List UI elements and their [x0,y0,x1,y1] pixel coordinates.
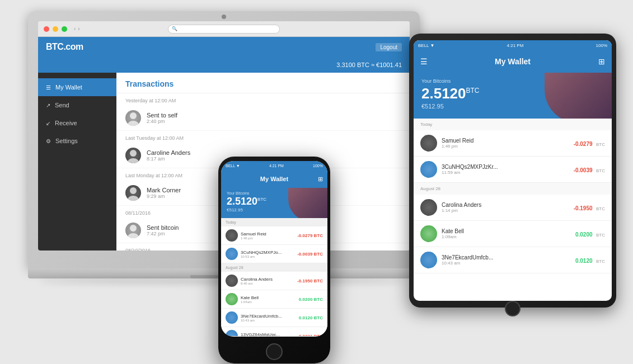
phone-tx-kate-amount: 0.0200 BTC [299,297,323,302]
phone-tx-addr2-amount: 0.0120 BTC [299,315,323,320]
mac-window-controls [44,26,67,32]
mac-forward-arrow[interactable]: › [78,26,79,32]
phone-tx-addr1-amount: -0.0039 BTC [297,252,323,257]
phone-home-button[interactable] [266,343,283,360]
wallet-icon: ☰ [46,84,51,91]
tablet-tx-samuel-amount: -0.0279 [574,141,593,147]
phone-tx-addr3[interactable]: 13VGZ64sMqUpc... 10:43 am -0.0331 BTC [221,327,327,336]
phone-tx-addr1-time: 10:53 am [241,255,294,258]
tablet-tx-addr1-info: 3CuNHQs2MXPJzKr... 11:59 am [442,164,569,175]
phone-tx-carolina-time: 8:46 am [241,282,294,285]
tx-item-sent-to-self[interactable]: Sent to self 2:40 pm [116,106,410,131]
phone-title: My Wallet [260,176,288,182]
phone-tx-samuel-amount: -0.0279 BTC [297,233,323,238]
phone-tx-addr3-name: 13VGZ64sMqUpc... [241,332,294,337]
mac-back-arrow[interactable]: ‹ [74,26,76,32]
tablet-tx-samuel[interactable]: Samuel Reid 1:46 pm -0.0279 BTC [414,130,612,157]
tablet-tx-date-aug28: August 28 [414,183,612,195]
sidebar-settings-label: Settings [55,138,78,144]
tablet-tx-kate-time: 1:09am [442,234,571,239]
balance-bar: 3.3100 BTC ≈ €1001.41 [38,57,410,73]
tablet-tx-samuel-unit: BTC [596,142,605,147]
phone-screen: BELL ▼ 4:21 PM 100% My Wallet ⊞ Your Bit… [221,161,327,337]
phone-tx-kate-name: Kate Bell [241,295,296,300]
tablet-tx-carolina-name: Carolina Anders [442,202,569,208]
phone-tx-samuel[interactable]: Samuel Reid 1:46 pm -0.0279 BTC [221,226,327,245]
tx-date-group-1: Last Tuesday at 12:00 AM [116,131,410,143]
phone-btc-unit: BTC [257,197,266,202]
tx-avatar-1 [125,148,141,163]
tablet-time: 4:21 PM [507,43,524,48]
svg-point-0 [130,112,137,119]
tablet-tx-date-today: Today [414,119,612,130]
mac-maximize-dot[interactable] [62,26,67,32]
phone-avatar-carolina [226,275,238,287]
laptop-camera [222,15,226,19]
svg-point-1 [128,121,139,126]
tablet-tx-carolina[interactable]: Carolina Anders 1:14 pm -0.1950 BTC [414,195,612,221]
tx-avatar-3 [125,223,141,238]
phone-tx-list: Today Samuel Reid 1:46 pm -0.0279 BTC 3C… [221,218,327,336]
phone-tx-carolina[interactable]: Carolina Anders 8:46 am -0.1950 BTC [221,272,327,290]
logout-button[interactable]: Logout [376,43,402,51]
mac-nav-arrows: ‹ › [74,26,80,32]
tablet-menu-icon[interactable]: ☰ [420,57,428,66]
phone-tx-kate[interactable]: Kate Bell 1:04am 0.0200 BTC [221,290,327,309]
tx-name-0: Sent to self [147,112,401,119]
tablet-tx-addr2-amount-wrap: 0.0120 BTC [575,255,605,265]
phone-time: 4:21 PM [269,164,284,168]
tablet-tx-addr1[interactable]: 3CuNHQs2MXPJzKr... 11:59 am -0.0039 BTC [414,157,612,183]
sidebar-receive-label: Receive [55,120,77,126]
tx-avatar-2 [125,185,141,201]
phone-tx-addr3-info: 13VGZ64sMqUpc... 10:43 am [241,332,294,337]
phone-tx-addr2[interactable]: 3Ne7EkcardUmfcb... 10:43 am 0.0120 BTC [221,309,327,327]
mac-titlebar: ‹ › 🔍 [38,21,410,37]
tablet-tx-addr2-info: 3Ne7EkcardUmfcb... 10:43 am [442,254,571,266]
tablet-tx-samuel-amount-wrap: -0.0279 BTC [574,138,605,148]
phone-avatar-addr1 [226,248,238,260]
sidebar-item-receive[interactable]: ↙ Receive [38,114,116,132]
tablet-qr-icon[interactable]: ⊞ [598,57,605,66]
phone-tx-kate-info: Kate Bell 1:04am [241,295,296,304]
tx-info-0: Sent to self 2:40 pm [147,112,401,124]
phone-tx-carolina-info: Carolina Anders 8:46 am [241,277,294,285]
mac-minimize-dot[interactable] [53,26,58,32]
sidebar-item-send[interactable]: ↗ Send [38,96,116,114]
tablet-tx-kate[interactable]: Kate Bell 1:09am 0.0200 BTC [414,221,612,247]
tablet-tx-addr1-time: 11:59 am [442,170,569,175]
sidebar-item-settings[interactable]: ⚙ Settings [38,132,116,150]
phone-header: My Wallet ⊞ [221,170,327,188]
tablet-tx-samuel-time: 1:46 pm [442,144,569,149]
tablet-avatar-kate [420,225,437,242]
tablet-tx-samuel-name: Samuel Reid [442,138,569,144]
tablet-hero-photo [545,73,612,119]
tablet-tx-addr2-unit: BTC [596,259,605,264]
svg-point-3 [128,158,139,163]
phone-tx-addr2-time: 10:43 am [241,319,296,322]
settings-icon: ⚙ [46,138,51,144]
phone-tx-addr2-name: 3Ne7EkcardUmfcb... [241,314,296,319]
phone-tx-carolina-name: Carolina Anders [241,277,294,282]
tablet-avatar-addr2 [420,252,437,268]
tablet-tx-addr2[interactable]: 3Ne7EkcardUmfcb... 10:43 am 0.0120 BTC [414,247,612,273]
tablet: BELL ▼ 4:21 PM 100% ☰ My Wallet ⊞ Your B… [409,34,616,308]
mac-address-bar[interactable]: 🔍 [168,25,280,34]
phone-tx-addr1[interactable]: 3CuNHQs2MXPJo... 10:53 am -0.0039 BTC [221,245,327,263]
sidebar-item-wallet[interactable]: ☰ My Wallet [38,78,116,96]
phone-avatar-samuel [226,229,238,242]
svg-point-7 [128,233,139,238]
tx-time-0: 2:40 pm [147,119,401,124]
phone-qr-icon[interactable]: ⊞ [318,176,323,183]
phone-battery: 100% [313,164,323,168]
phone-tx-addr2-info: 3Ne7EkcardUmfcb... 10:43 am [241,314,296,322]
phone: BELL ▼ 4:21 PM 100% My Wallet ⊞ Your Bit… [218,157,330,363]
tablet-tx-carolina-amount-wrap: -0.1950 BTC [574,202,605,212]
receive-icon: ↙ [46,120,50,126]
mac-close-dot[interactable] [44,26,49,32]
tablet-home-button[interactable] [505,301,521,316]
tablet-tx-addr2-name: 3Ne7EkcardUmfcb... [442,254,571,261]
tablet-tx-carolina-amount: -0.1950 [574,205,593,211]
phone-tx-samuel-info: Samuel Reid 1:46 pm [241,231,294,240]
tablet-tx-samuel-info: Samuel Reid 1:46 pm [442,138,569,149]
tablet-signal: BELL ▼ [418,43,434,48]
